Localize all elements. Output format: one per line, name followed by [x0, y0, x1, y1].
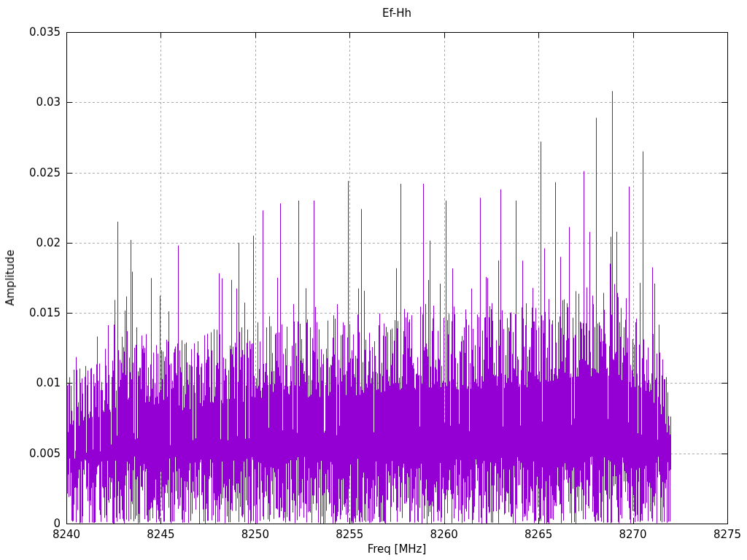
x-tick-label-8275: 8275 [713, 528, 741, 541]
y-tick-label-0.035: 0.035 [17, 26, 61, 39]
y-tick-label-0.01: 0.01 [17, 376, 61, 389]
x-tick-label-8255: 8255 [336, 528, 363, 541]
spectrum-plot-canvas [0, 0, 747, 560]
y-axis-label: Amplitude [4, 250, 17, 306]
chart-title: Ef-Hh [382, 7, 411, 20]
spectrum-figure: Ef-Hh Amplitude Freq [MHz] 8240824582508… [0, 0, 747, 560]
y-tick-label-0.03: 0.03 [17, 96, 61, 109]
y-tick-label-0.005: 0.005 [17, 447, 61, 460]
x-tick-label-8250: 8250 [241, 528, 269, 541]
x-tick-label-8270: 8270 [619, 528, 646, 541]
x-tick-label-8245: 8245 [147, 528, 174, 541]
y-tick-label-0.02: 0.02 [17, 236, 61, 249]
x-tick-label-8260: 8260 [430, 528, 458, 541]
y-tick-label-0.015: 0.015 [17, 306, 61, 319]
x-axis-label: Freq [MHz] [368, 542, 427, 556]
y-tick-label-0: 0 [17, 517, 61, 530]
x-tick-label-8265: 8265 [525, 528, 552, 541]
y-tick-label-0.025: 0.025 [17, 166, 61, 179]
